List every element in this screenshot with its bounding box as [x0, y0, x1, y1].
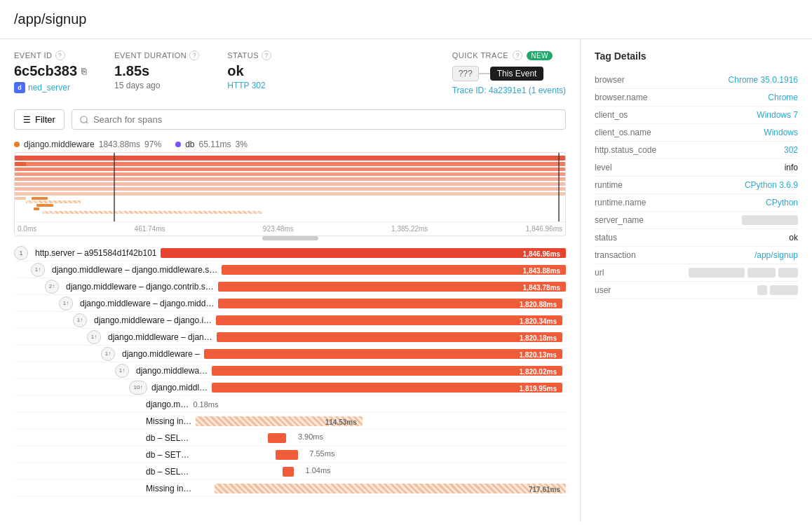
table-row[interactable]: 1↑ django.middleware – django.middleware… [14, 261, 566, 278]
event-id-help-icon[interactable]: ? [55, 50, 65, 60]
quick-trace-help-icon[interactable]: ? [513, 50, 522, 60]
timeline-1: 461.74ms [135, 225, 165, 233]
tag-value-runtime-name[interactable]: CPython [766, 198, 798, 207]
tag-row-status: status ok [595, 229, 798, 247]
tag-row-runtime-name: runtime.name CPython [595, 194, 798, 212]
span-toggle-9[interactable]: 10↑ [129, 381, 147, 395]
table-row[interactable]: db – SEL… 1.04ms [14, 463, 566, 480]
tag-value-transaction[interactable]: /app/signup [755, 250, 798, 260]
table-row[interactable]: 10↑ django.middl… 1,819.95ms [14, 379, 566, 396]
table-row[interactable]: 1↑ django.middleware – django.midd… 1,82… [14, 295, 566, 312]
span-duration-10: 0.18ms [193, 400, 218, 409]
event-duration-help-icon[interactable]: ? [189, 50, 199, 60]
span-toggle-5[interactable]: 1↑ [73, 313, 87, 327]
span-bar-2: 1,843.88ms [222, 264, 566, 275]
tag-value-browser[interactable]: Chrome 35.0.1916 [729, 75, 798, 85]
trace-id-link[interactable]: Trace ID: 4a2391e1 (1 events) [452, 86, 566, 95]
span-duration-15: 717.61ms [526, 485, 563, 494]
span-bar-fill-9: 1,819.95ms [212, 383, 562, 393]
span-toggle-3[interactable]: 2↑ [45, 280, 59, 294]
tag-value-user-container [757, 285, 798, 295]
tag-value-browser-name[interactable]: Chrome [768, 93, 798, 102]
span-bar-fill-11: 114.53ms [196, 416, 362, 426]
drag-handle[interactable] [262, 236, 318, 240]
filter-icon: ☰ [23, 115, 31, 125]
span-bar-fill-4: 1,820.88ms [218, 299, 562, 308]
span-name-12: db – SEL… [146, 433, 189, 443]
table-row[interactable]: 2↑ django.middleware – django.contrib.s…… [14, 278, 566, 295]
span-bar-fill-12 [268, 433, 287, 443]
span-bar-8: 1,820.02ms [212, 365, 566, 376]
span-duration-11: 114.53ms [323, 418, 360, 427]
table-row[interactable]: Missing in… 717.61ms [14, 480, 566, 497]
span-name-11: Missing in… [146, 416, 191, 426]
span-indent: 1 [14, 246, 35, 260]
table-row[interactable]: Missing in… 114.53ms [14, 413, 566, 430]
trace-flow: ??? This Event [452, 66, 544, 81]
span-name-7: django.middleware – [122, 349, 200, 359]
tag-key-transaction: transaction [595, 250, 636, 260]
span-name-10: django.m… [146, 400, 189, 409]
span-name-8: django.middlewa… [136, 366, 208, 376]
tag-value-http-status[interactable]: 302 [784, 145, 798, 155]
tag-value-url-redacted-2 [747, 268, 776, 278]
span-indent-5: 1↑ [73, 313, 94, 327]
span-indent-3: 2↑ [45, 280, 66, 294]
table-row[interactable]: db – SET… 7.55ms [14, 446, 566, 463]
span-toggle-7[interactable]: 1↑ [101, 347, 115, 361]
legend-pct-middleware: 97% [144, 139, 161, 149]
waterfall-chart[interactable]: 0.0ms 461.74ms 923.48ms 1,385.22ms 1,846… [14, 152, 566, 236]
span-toggle-1[interactable]: 1 [14, 246, 28, 260]
tag-key-http-status: http.status_code [595, 145, 656, 155]
tag-value-client-os-name[interactable]: Windows [764, 128, 798, 137]
tag-value-user-redacted-1 [757, 285, 767, 295]
span-toggle-4[interactable]: 1↑ [59, 296, 73, 311]
event-duration-label: Event Duration ? [114, 50, 199, 60]
table-row[interactable]: db – SEL… 3.90ms [14, 430, 566, 446]
event-status-help-icon[interactable]: ? [262, 50, 271, 60]
span-name-2: django.middleware – django.middleware.s… [52, 265, 217, 275]
legend-pct-db: 3% [236, 139, 248, 149]
tag-row-client-os-name: client_os.name Windows [595, 124, 798, 142]
event-id-section: Event ID ? 6c5cb383 ⎘ d ned_server [14, 50, 86, 93]
span-indent-9: 10↑ [129, 381, 151, 395]
span-bar-3: 1,843.78ms [218, 281, 566, 292]
filter-button[interactable]: ☰ Filter [14, 109, 65, 130]
span-bar-fill-3: 1,843.78ms [218, 282, 566, 292]
legend-dot-purple [175, 142, 181, 147]
table-row[interactable]: 1↑ django.middleware – 1,820.13ms [14, 346, 566, 362]
span-bar-7: 1,820.13ms [204, 348, 566, 360]
span-bar-6: 1,820.18ms [217, 332, 566, 343]
span-toggle-8[interactable]: 1↑ [115, 364, 129, 378]
search-input[interactable] [72, 109, 566, 130]
tag-key-level: level [595, 163, 612, 172]
span-duration-2: 1,843.88ms [520, 266, 563, 275]
trace-node-this[interactable]: This Event [490, 67, 544, 81]
event-duration-section: Event Duration ? 1.85s 15 days ago [114, 50, 199, 90]
copy-icon[interactable]: ⎘ [81, 67, 86, 76]
span-duration-9: 1,819.95ms [517, 384, 560, 393]
table-row[interactable]: 1 http.server – a951584d1f42b101 1,846.9… [14, 245, 566, 261]
tag-row-http-status: http.status_code 302 [595, 142, 798, 159]
project-name[interactable]: ned_server [28, 83, 70, 93]
span-duration-8: 1,820.02ms [517, 367, 560, 376]
table-row[interactable]: 1↑ django.middleware – django.i… 1,820.3… [14, 312, 566, 329]
table-row[interactable]: django.m… 0.18ms [14, 396, 566, 413]
span-bar-12: 3.90ms [193, 432, 566, 444]
event-status-label: Status ? [227, 50, 271, 60]
tag-key-server-name: server_name [595, 215, 644, 225]
tag-key-status: status [595, 233, 617, 243]
table-row[interactable]: 1↑ django.middlewa… 1,820.02ms [14, 362, 566, 379]
span-bar-4: 1,820.88ms [218, 298, 566, 309]
tag-value-client-os[interactable]: Windows 7 [757, 110, 798, 120]
span-duration-3: 1,843.78ms [520, 283, 563, 292]
tag-value-runtime[interactable]: CPython 3.6.9 [745, 180, 798, 190]
table-row[interactable]: 1↑ django.middleware – djan… 1,820.18ms [14, 329, 566, 346]
tag-key-browser-name: browser.name [595, 93, 647, 102]
span-bar-fill-8: 1,820.02ms [212, 366, 562, 376]
span-toggle-6[interactable]: 1↑ [87, 330, 101, 344]
tag-key-client-os: client_os [595, 110, 628, 120]
legend-count-db: 65.11ms [199, 139, 231, 149]
waterfall-container: 0.0ms 461.74ms 923.48ms 1,385.22ms 1,846… [14, 152, 566, 240]
span-toggle-2[interactable]: 1↑ [31, 263, 45, 277]
